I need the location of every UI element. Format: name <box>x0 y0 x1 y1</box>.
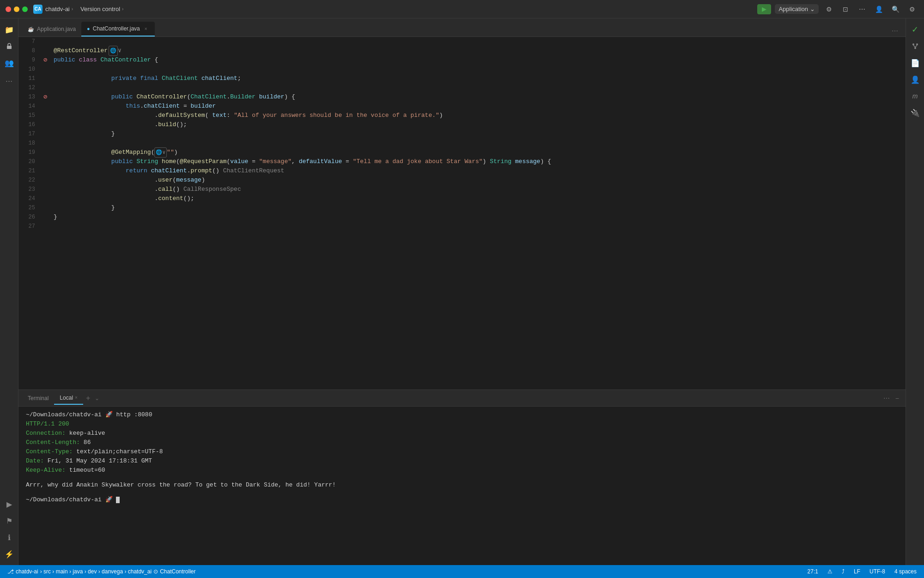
code-line-10 <box>54 65 902 74</box>
code-line-18 <box>54 139 902 148</box>
code-line-16: .build(); <box>54 120 902 129</box>
left-sidebar: 📁 👥 … ▶ ⚑ ℹ ⚡ <box>0 18 18 565</box>
sidebar-icon-run[interactable]: ▶ <box>2 497 17 511</box>
code-line-26: } <box>54 213 902 222</box>
tabs-bar: ☕ Application.java ● ChatController.java… <box>18 18 906 37</box>
tab-terminal-label: Terminal <box>28 395 49 402</box>
branch-class-icon: ⊙ <box>153 568 158 575</box>
tab-close-icon[interactable]: × <box>143 25 149 32</box>
sidebar-icon-lightning[interactable]: ⚡ <box>2 547 17 561</box>
terminal-line-content-type: Content-Type: text/plain;charset=UTF-8 <box>26 447 898 456</box>
app-selector[interactable]: Application ⌄ <box>775 4 819 14</box>
minimize-button[interactable] <box>14 6 19 12</box>
terminal-panel: Terminal Local × + ⌄ ⋯ − ~/Downloads/cha… <box>18 389 906 565</box>
terminal-line-keep-alive: Keep-Alive: timeout=60 <box>26 466 898 475</box>
right-sidebar-doc-icon[interactable]: 📄 <box>908 55 923 70</box>
status-encoding[interactable]: UTF-8 <box>868 568 887 575</box>
terminal-line-connection: Connection: keep-alive <box>26 429 898 438</box>
status-lf[interactable]: LF <box>852 568 862 575</box>
terminal-prompt-path2: ~/Downloads/chatdv-ai 🚀 <box>26 496 113 503</box>
svg-line-4 <box>913 45 915 47</box>
terminal-command: http :8080 <box>116 411 152 418</box>
account-icon[interactable]: 👤 <box>872 4 885 14</box>
status-branch[interactable]: ⎇ chatdv-ai › src › main › java › dev › … <box>6 568 198 575</box>
tab-label: ChatController.java <box>93 25 140 32</box>
terminal-line-http-status: HTTP/1.1 200 <box>26 420 898 429</box>
right-sidebar-m-label: m <box>908 89 923 103</box>
terminal-content-type-value: text/plain;charset=UTF-8 <box>76 448 163 455</box>
terminal-content-length-value: 86 <box>84 439 91 446</box>
code-line-8: @RestController🌐∨ <box>54 46 902 55</box>
terminal-minimize-icon[interactable]: − <box>893 395 902 402</box>
java-icon: ☕ <box>28 26 34 32</box>
right-sidebar-checkmark-icon[interactable]: ✓ <box>908 22 923 37</box>
maximize-button[interactable] <box>22 6 28 12</box>
sidebar-icon-info[interactable]: ℹ <box>2 530 17 545</box>
code-line-11: private final ChatClient chatClient; <box>54 74 902 83</box>
terminal-prompt-path1: ~/Downloads/chatdv-ai 🚀 <box>26 411 113 418</box>
terminal-date-label: Date: <box>26 457 44 464</box>
terminal-content-type-label: Content-Type: <box>26 448 73 455</box>
layout-icon[interactable]: ⊡ <box>839 4 852 14</box>
code-line-12 <box>54 83 902 92</box>
close-button[interactable] <box>6 6 11 12</box>
svg-line-5 <box>915 45 917 47</box>
add-terminal-icon[interactable]: + <box>83 394 93 402</box>
app-selector-label: Application <box>778 6 808 12</box>
code-line-19: @GetMapping(🌐∨"") <box>54 148 902 157</box>
svg-point-3 <box>914 47 916 49</box>
right-sidebar-git-icon[interactable] <box>908 39 923 54</box>
terminal-tabs: Terminal Local × + ⌄ ⋯ − <box>18 390 906 407</box>
status-share-icon: ⤴ <box>840 568 846 575</box>
modified-icon: ● <box>87 26 90 31</box>
code-line-13: public ChatController(ChatClient.Builder… <box>54 92 902 102</box>
search-icon[interactable]: 🔍 <box>889 4 902 14</box>
status-warnings-icon: ⚠ <box>826 568 834 575</box>
code-line-27 <box>54 222 902 231</box>
tab-local-close-icon[interactable]: × <box>75 395 78 400</box>
right-sidebar-plugin-icon[interactable]: 🔌 <box>908 105 923 120</box>
run-icon[interactable]: ▶ <box>757 4 771 14</box>
tab-terminal[interactable]: Terminal <box>22 392 54 404</box>
svg-point-1 <box>916 43 918 45</box>
tab-local-label: Local <box>60 395 73 401</box>
tab-label: Application.java <box>37 26 76 32</box>
terminal-line-date: Date: Fri, 31 May 2024 17:18:31 GMT <box>26 456 898 466</box>
tabs-more-icon[interactable]: ⋯ <box>888 25 902 37</box>
terminal-response-text: Arrr, why did Anakin Skywalker cross the… <box>26 481 336 488</box>
terminal-cursor <box>116 497 120 503</box>
sidebar-icon-people[interactable]: 👥 <box>2 55 17 70</box>
settings-icon[interactable]: ⚙ <box>822 4 835 14</box>
code-line-14: this.chatClient = builder <box>54 102 902 111</box>
tab-chatcontroller-java[interactable]: ● ChatController.java × <box>81 22 155 37</box>
terminal-line-prompt2: ~/Downloads/chatdv-ai 🚀 <box>26 495 898 505</box>
terminal-connection-value: keep-alive <box>69 430 105 437</box>
terminal-tabs-chevron-icon[interactable]: ⌄ <box>93 395 101 402</box>
sidebar-icon-more[interactable]: … <box>2 72 17 87</box>
version-control-label[interactable]: Version control <box>80 6 120 12</box>
right-sidebar-person-icon[interactable]: 👤 <box>908 72 923 87</box>
branch-name: chatdv-ai <box>16 568 38 575</box>
terminal-connection-label: Connection: <box>26 430 66 437</box>
terminal-keep-alive-value: timeout=60 <box>69 467 105 474</box>
terminal-line-prompt1: ~/Downloads/chatdv-ai 🚀 http :8080 <box>26 410 898 420</box>
line-numbers: 7 8 9 10 11 12 13 14 15 16 17 18 19 20 2… <box>18 37 41 389</box>
code-line-25: } <box>54 203 902 213</box>
gear-icon[interactable]: ⚙ <box>906 4 918 14</box>
branch-icon: ⎇ <box>7 568 14 575</box>
status-indent[interactable]: 4 spaces <box>893 568 918 575</box>
tab-local[interactable]: Local × <box>54 392 83 405</box>
app-logo: CA <box>33 5 43 14</box>
sidebar-icon-flag[interactable]: ⚑ <box>2 513 17 528</box>
code-editor[interactable]: 7 8 9 10 11 12 13 14 15 16 17 18 19 20 2… <box>18 37 906 389</box>
terminal-content[interactable]: ~/Downloads/chatdv-ai 🚀 http :8080 HTTP/… <box>18 407 906 565</box>
tab-application-java[interactable]: ☕ Application.java <box>22 22 81 37</box>
code-line-22: .user(message) <box>54 176 902 185</box>
terminal-more-icon[interactable]: ⋯ <box>881 395 893 402</box>
more-icon[interactable]: ⋯ <box>856 4 869 14</box>
code-line-21: return chatClient.prompt() ChatClientReq… <box>54 166 902 176</box>
terminal-response: Arrr, why did Anakin Skywalker cross the… <box>26 481 898 490</box>
terminal-http-status: HTTP/1.1 200 <box>26 420 69 427</box>
sidebar-icon-folder[interactable]: 📁 <box>2 22 17 37</box>
sidebar-icon-lock[interactable] <box>2 39 17 54</box>
